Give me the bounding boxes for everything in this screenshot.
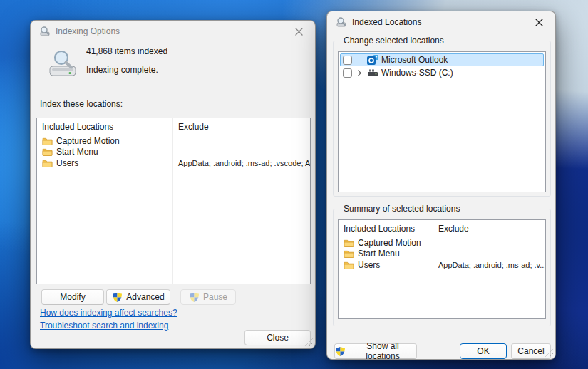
list-item-captured-motion[interactable]: Captured Motion <box>339 237 545 249</box>
users-exclude-list: AppData; .android; .ms-ad; .v... <box>433 261 545 269</box>
tree-item-label: Windows-SSD (C:) <box>381 68 453 78</box>
items-indexed-count: 41,868 items indexed <box>86 46 167 56</box>
folder-icon <box>42 137 53 145</box>
search-drive-icon <box>336 16 347 28</box>
cancel-button[interactable]: Cancel <box>511 343 551 359</box>
change-locations-group: Change selected locations Microsoft Outl… <box>333 36 551 197</box>
list-item-users[interactable]: Users AppData; .android; .ms-ad; .v... <box>339 259 545 271</box>
users-exclude-list: AppData; .android; .ms-ad; .vscode; App.… <box>172 159 310 167</box>
close-button[interactable]: Close <box>244 330 311 345</box>
indexing-help-link[interactable]: How does indexing affect searches? <box>40 308 177 318</box>
summary-label: Summary of selected locations <box>341 204 463 214</box>
folder-icon <box>344 261 354 269</box>
folder-icon <box>344 239 354 247</box>
dialog-title: Indexing Options <box>56 26 291 36</box>
list-item-users[interactable]: Users AppData; .android; .ms-ad; .vscode… <box>37 157 310 169</box>
tree-item-windows-ssd[interactable]: Windows-SSD (C:) <box>340 66 544 79</box>
checkbox-unchecked[interactable] <box>343 56 352 65</box>
column-exclude: Exclude <box>433 224 469 234</box>
indexing-options-dialog: Indexing Options 41,868 items indexed In… <box>30 20 316 349</box>
close-icon[interactable] <box>291 24 306 39</box>
list-item-start-menu[interactable]: Start Menu <box>339 249 545 260</box>
troubleshoot-link[interactable]: Troubleshoot search and indexing <box>40 321 168 331</box>
checkbox-unchecked[interactable] <box>343 68 352 78</box>
indexing-drive-search-icon <box>46 48 81 82</box>
titlebar[interactable]: Indexed Locations <box>327 11 555 33</box>
ok-button[interactable]: OK <box>460 343 507 359</box>
indexing-status: Indexing complete. <box>86 65 158 75</box>
modify-button[interactable]: Modify <box>41 289 104 305</box>
folder-icon <box>42 159 53 167</box>
locations-tree[interactable]: Microsoft Outlook Windows-SSD (C:) <box>338 51 546 192</box>
tree-item-microsoft-outlook[interactable]: Microsoft Outlook <box>340 53 544 66</box>
list-item-start-menu[interactable]: Start Menu <box>37 147 310 158</box>
close-icon[interactable] <box>531 14 547 30</box>
list-item-captured-motion[interactable]: Captured Motion <box>37 135 310 147</box>
list-header: Included Locations Exclude <box>339 224 545 234</box>
advanced-button[interactable]: Advanced <box>106 289 170 305</box>
titlebar[interactable]: Indexing Options <box>31 21 315 42</box>
dialog-title: Indexed Locations <box>352 17 531 27</box>
column-included-locations: Included Locations <box>339 224 433 234</box>
indexed-locations-list[interactable]: Included Locations Exclude Captured Moti… <box>36 118 311 284</box>
summary-group: Summary of selected locations Included L… <box>333 204 551 326</box>
uac-shield-icon <box>112 292 123 303</box>
folder-icon <box>344 249 354 258</box>
drive-icon <box>367 67 378 78</box>
column-included-locations: Included Locations <box>37 122 172 132</box>
uac-shield-icon <box>189 292 200 303</box>
indexed-locations-dialog: Indexed Locations Change selected locati… <box>326 11 556 360</box>
change-locations-label: Change selected locations <box>341 36 447 46</box>
outlook-icon <box>367 54 378 66</box>
search-drive-icon <box>39 26 51 37</box>
tree-item-label: Microsoft Outlook <box>381 55 448 65</box>
uac-shield-icon <box>335 346 346 357</box>
folder-icon <box>42 147 53 156</box>
chevron-right-icon[interactable] <box>355 68 364 78</box>
pause-button: Pause <box>180 289 236 305</box>
index-locations-label: Index these locations: <box>40 99 123 109</box>
column-exclude: Exclude <box>172 122 209 132</box>
show-all-locations-button[interactable]: Show all locations <box>334 343 417 359</box>
list-header: Included Locations Exclude <box>37 122 310 132</box>
summary-list[interactable]: Included Locations Exclude Captured Moti… <box>338 219 546 319</box>
